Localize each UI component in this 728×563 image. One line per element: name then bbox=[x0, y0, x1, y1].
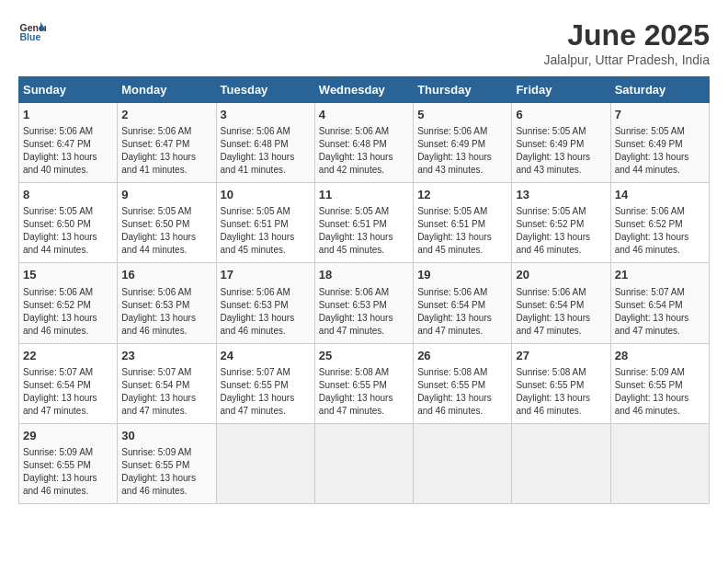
calendar-cell: 17Sunrise: 5:06 AMSunset: 6:53 PMDayligh… bbox=[216, 263, 314, 343]
day-number: 11 bbox=[319, 187, 409, 203]
sunrise-text: Sunrise: 5:05 AM bbox=[23, 206, 93, 216]
daylight-text: Daylight: 13 hours and 46 minutes. bbox=[516, 393, 590, 416]
daylight-text: Daylight: 13 hours and 47 minutes. bbox=[23, 393, 97, 416]
calendar-cell: 9Sunrise: 5:05 AMSunset: 6:50 PMDaylight… bbox=[118, 183, 216, 263]
sunset-text: Sunset: 6:50 PM bbox=[23, 219, 91, 229]
sunrise-text: Sunrise: 5:06 AM bbox=[319, 287, 389, 297]
sunset-text: Sunset: 6:52 PM bbox=[23, 300, 91, 310]
daylight-text: Daylight: 13 hours and 47 minutes. bbox=[121, 393, 196, 416]
daylight-text: Daylight: 13 hours and 41 minutes. bbox=[121, 152, 196, 175]
calendar-cell: 3Sunrise: 5:06 AMSunset: 6:48 PMDaylight… bbox=[216, 103, 314, 183]
calendar-cell: 24Sunrise: 5:07 AMSunset: 6:55 PMDayligh… bbox=[216, 343, 314, 423]
calendar-cell: 20Sunrise: 5:06 AMSunset: 6:54 PMDayligh… bbox=[512, 263, 610, 343]
calendar-cell: 1Sunrise: 5:06 AMSunset: 6:47 PMDaylight… bbox=[19, 103, 118, 183]
calendar-cell: 2Sunrise: 5:06 AMSunset: 6:47 PMDaylight… bbox=[118, 103, 216, 183]
day-number: 17 bbox=[221, 267, 311, 283]
calendar-cell: 13Sunrise: 5:05 AMSunset: 6:52 PMDayligh… bbox=[512, 183, 610, 263]
calendar-cell: 15Sunrise: 5:06 AMSunset: 6:52 PMDayligh… bbox=[19, 263, 118, 343]
sunset-text: Sunset: 6:48 PM bbox=[221, 139, 289, 149]
day-number: 25 bbox=[319, 348, 409, 364]
day-number: 8 bbox=[23, 187, 113, 203]
svg-text:Blue: Blue bbox=[20, 31, 41, 42]
sunrise-text: Sunrise: 5:05 AM bbox=[615, 126, 685, 136]
calendar-cell: 12Sunrise: 5:05 AMSunset: 6:51 PMDayligh… bbox=[414, 183, 512, 263]
day-number: 14 bbox=[615, 187, 705, 203]
day-number: 16 bbox=[121, 267, 211, 283]
day-number: 4 bbox=[319, 107, 409, 123]
sunset-text: Sunset: 6:52 PM bbox=[615, 219, 683, 229]
calendar-cell: 7Sunrise: 5:05 AMSunset: 6:49 PMDaylight… bbox=[610, 103, 709, 183]
calendar-body: 1Sunrise: 5:06 AMSunset: 6:47 PMDaylight… bbox=[19, 103, 710, 504]
daylight-text: Daylight: 13 hours and 46 minutes. bbox=[417, 393, 492, 416]
calendar-cell: 25Sunrise: 5:08 AMSunset: 6:55 PMDayligh… bbox=[314, 343, 413, 423]
sunset-text: Sunset: 6:54 PM bbox=[23, 380, 91, 390]
sunset-text: Sunset: 6:54 PM bbox=[121, 380, 189, 390]
sunrise-text: Sunrise: 5:07 AM bbox=[23, 367, 93, 377]
sunset-text: Sunset: 6:53 PM bbox=[121, 300, 189, 310]
daylight-text: Daylight: 13 hours and 47 minutes. bbox=[319, 313, 393, 336]
day-number: 29 bbox=[23, 428, 113, 444]
day-number: 24 bbox=[221, 348, 311, 364]
day-number: 22 bbox=[23, 348, 113, 364]
day-number: 3 bbox=[221, 107, 311, 123]
calendar-cell: 29Sunrise: 5:09 AMSunset: 6:55 PMDayligh… bbox=[19, 423, 118, 503]
day-number: 6 bbox=[516, 107, 606, 123]
calendar-cell: 28Sunrise: 5:09 AMSunset: 6:55 PMDayligh… bbox=[610, 343, 709, 423]
day-number: 10 bbox=[221, 187, 311, 203]
sunset-text: Sunset: 6:54 PM bbox=[417, 300, 485, 310]
sunrise-text: Sunrise: 5:06 AM bbox=[615, 206, 685, 216]
calendar-cell: 5Sunrise: 5:06 AMSunset: 6:49 PMDaylight… bbox=[414, 103, 512, 183]
calendar-cell: 16Sunrise: 5:06 AMSunset: 6:53 PMDayligh… bbox=[118, 263, 216, 343]
calendar-cell: 11Sunrise: 5:05 AMSunset: 6:51 PMDayligh… bbox=[314, 183, 413, 263]
daylight-text: Daylight: 13 hours and 46 minutes. bbox=[23, 313, 97, 336]
calendar-cell: 27Sunrise: 5:08 AMSunset: 6:55 PMDayligh… bbox=[512, 343, 610, 423]
location-subtitle: Jalalpur, Uttar Pradesh, India bbox=[543, 52, 710, 67]
calendar-cell: 10Sunrise: 5:05 AMSunset: 6:51 PMDayligh… bbox=[216, 183, 314, 263]
calendar-cell: 22Sunrise: 5:07 AMSunset: 6:54 PMDayligh… bbox=[19, 343, 118, 423]
daylight-text: Daylight: 13 hours and 47 minutes. bbox=[516, 313, 590, 336]
weekday-header-thursday: Thursday bbox=[414, 77, 512, 103]
day-number: 20 bbox=[516, 267, 606, 283]
daylight-text: Daylight: 13 hours and 46 minutes. bbox=[516, 232, 590, 255]
sunset-text: Sunset: 6:55 PM bbox=[319, 380, 387, 390]
sunrise-text: Sunrise: 5:06 AM bbox=[121, 287, 191, 297]
sunset-text: Sunset: 6:51 PM bbox=[319, 219, 387, 229]
sunrise-text: Sunrise: 5:07 AM bbox=[615, 287, 685, 297]
title-area: June 2025 Jalalpur, Uttar Pradesh, India bbox=[543, 18, 710, 67]
weekday-header-monday: Monday bbox=[118, 77, 216, 103]
sunset-text: Sunset: 6:47 PM bbox=[121, 139, 189, 149]
day-number: 12 bbox=[417, 187, 507, 203]
day-number: 30 bbox=[121, 428, 211, 444]
day-number: 5 bbox=[417, 107, 507, 123]
calendar-cell: 23Sunrise: 5:07 AMSunset: 6:54 PMDayligh… bbox=[118, 343, 216, 423]
sunrise-text: Sunrise: 5:09 AM bbox=[121, 447, 191, 457]
sunset-text: Sunset: 6:51 PM bbox=[417, 219, 485, 229]
weekday-header-saturday: Saturday bbox=[610, 77, 709, 103]
daylight-text: Daylight: 13 hours and 46 minutes. bbox=[615, 393, 689, 416]
sunset-text: Sunset: 6:55 PM bbox=[615, 380, 683, 390]
daylight-text: Daylight: 13 hours and 44 minutes. bbox=[121, 232, 196, 255]
day-number: 28 bbox=[615, 348, 705, 364]
daylight-text: Daylight: 13 hours and 46 minutes. bbox=[23, 473, 97, 496]
daylight-text: Daylight: 13 hours and 46 minutes. bbox=[221, 313, 295, 336]
sunrise-text: Sunrise: 5:08 AM bbox=[417, 367, 487, 377]
calendar-cell: 19Sunrise: 5:06 AMSunset: 6:54 PMDayligh… bbox=[414, 263, 512, 343]
day-number: 23 bbox=[121, 348, 211, 364]
daylight-text: Daylight: 13 hours and 47 minutes. bbox=[417, 313, 492, 336]
sunrise-text: Sunrise: 5:06 AM bbox=[23, 126, 93, 136]
sunrise-text: Sunrise: 5:06 AM bbox=[121, 126, 191, 136]
weekday-header-tuesday: Tuesday bbox=[216, 77, 314, 103]
sunset-text: Sunset: 6:55 PM bbox=[516, 380, 584, 390]
daylight-text: Daylight: 13 hours and 46 minutes. bbox=[121, 473, 196, 496]
day-number: 18 bbox=[319, 267, 409, 283]
calendar-cell bbox=[314, 423, 413, 503]
daylight-text: Daylight: 13 hours and 41 minutes. bbox=[221, 152, 295, 175]
sunset-text: Sunset: 6:54 PM bbox=[615, 300, 683, 310]
calendar-cell: 6Sunrise: 5:05 AMSunset: 6:49 PMDaylight… bbox=[512, 103, 610, 183]
day-number: 9 bbox=[121, 187, 211, 203]
sunrise-text: Sunrise: 5:07 AM bbox=[221, 367, 290, 377]
day-number: 26 bbox=[417, 348, 507, 364]
logo: General Blue bbox=[18, 18, 46, 46]
day-number: 2 bbox=[121, 107, 211, 123]
daylight-text: Daylight: 13 hours and 47 minutes. bbox=[615, 313, 689, 336]
